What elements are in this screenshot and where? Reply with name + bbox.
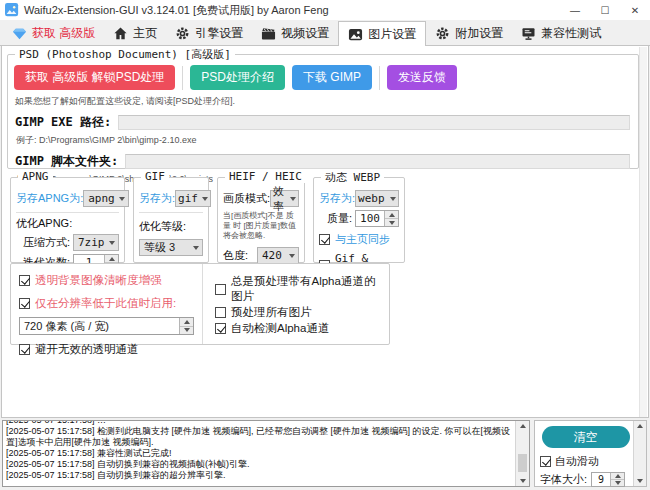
- spin-down-icon[interactable]: [385, 218, 398, 226]
- tab-image-settings[interactable]: 图片设置: [338, 21, 426, 46]
- divider: [182, 66, 183, 90]
- minimize-button[interactable]: —: [560, 0, 590, 20]
- only-below-resolution-label: 仅在分辨率低于此值时启用:: [35, 296, 176, 311]
- clapperboard-icon: [261, 26, 276, 41]
- heif-chroma-label: 色度:: [223, 248, 248, 263]
- tab-label: 附加设置: [455, 25, 503, 42]
- heif-group-title: HEIF / HEIC: [225, 170, 306, 183]
- gif-group: GIF 另存为: gif 优化等级: 等级 3: [133, 177, 209, 263]
- apng-format-value: apng: [88, 192, 115, 205]
- apng-compress-value: 7zip: [78, 236, 105, 249]
- gear-icon: [435, 26, 450, 41]
- spin-up-icon[interactable]: [385, 211, 398, 218]
- heif-quality-mode-select[interactable]: 效率: [270, 190, 299, 207]
- log-line: [2025-05-07 15:17:58] 兼容性测试已完成!: [6, 448, 512, 459]
- clear-log-button[interactable]: 清空: [542, 426, 630, 448]
- chevron-down-icon: [289, 254, 295, 258]
- preprocess-all-label: 预处理所有图片: [231, 305, 312, 320]
- apng-compress-select[interactable]: 7zip: [73, 234, 119, 251]
- home-icon: [113, 26, 128, 41]
- checkbox-icon: [19, 275, 30, 286]
- download-gimp-button[interactable]: 下载 GIMP: [292, 65, 372, 90]
- scroll-up-icon[interactable]: [637, 424, 643, 428]
- log-control-panel: 清空 自动滑动 字体大小: 9: [534, 420, 647, 487]
- spin-up-icon[interactable]: [105, 255, 118, 262]
- scroll-up-icon[interactable]: [520, 424, 526, 428]
- webp-sync-checkbox[interactable]: 与主页同步: [319, 232, 399, 247]
- gif-group-title: GIF: [141, 170, 169, 183]
- tab-home[interactable]: 主页: [104, 22, 166, 45]
- webp-group: 动态 WEBP 另存为: webp 质量: 100 与主页同步: [313, 177, 405, 263]
- only-below-resolution-checkbox[interactable]: 仅在分辨率低于此值时启用:: [19, 296, 194, 311]
- always-preprocess-alpha-checkbox[interactable]: 总是预处理带有Alpha通道的图片: [215, 274, 383, 304]
- image-settings-pane: PSD (Photoshop Document) [高级版] 获取 高级版 解锁…: [1, 46, 649, 418]
- font-size-value: 9: [592, 473, 610, 486]
- image-icon: [348, 27, 363, 42]
- unlock-psd-button[interactable]: 获取 高级版 解锁PSD处理: [14, 65, 175, 90]
- preprocess-all-checkbox[interactable]: 预处理所有图片: [215, 305, 383, 320]
- transparent-enhance-checkbox[interactable]: 透明背景图像清晰度增强: [19, 273, 194, 288]
- tab-label: 视频设置: [281, 25, 329, 42]
- gimp-exe-label: GIMP EXE 路径:: [15, 114, 111, 131]
- scroll-down-icon[interactable]: [637, 479, 643, 483]
- scroll-down-icon[interactable]: [520, 479, 526, 483]
- apng-optimize-label: 优化APNG:: [16, 216, 72, 231]
- gif-format-value: gif: [178, 192, 198, 205]
- apng-save-as-label: 另存APNG为:: [16, 191, 83, 206]
- chevron-down-icon: [193, 246, 199, 250]
- heif-quality-mode-label: 画质模式:: [223, 191, 270, 206]
- font-size-stepper[interactable]: 9: [591, 472, 625, 487]
- tab-video-settings[interactable]: 视频设置: [252, 22, 338, 45]
- tab-label: 图片设置: [368, 26, 416, 43]
- checkbox-icon: [215, 284, 226, 295]
- tab-engine-settings[interactable]: 引擎设置: [166, 22, 252, 45]
- gimp-scripts-folder-input[interactable]: [125, 154, 630, 169]
- psd-intro-button[interactable]: PSD处理介绍: [190, 65, 285, 90]
- tab-additional-settings[interactable]: 附加设置: [426, 22, 512, 45]
- webp-format-select[interactable]: webp: [355, 190, 399, 207]
- spin-up-icon[interactable]: [180, 318, 193, 326]
- log-scrollbar[interactable]: [515, 421, 529, 486]
- panel-scrollbar[interactable]: [633, 421, 646, 486]
- app-icon: [5, 3, 19, 17]
- skip-invalid-alpha-checkbox[interactable]: 避开无效的透明通道: [19, 342, 194, 357]
- tab-get-premium[interactable]: 获取 高级版: [3, 22, 104, 45]
- webp-sync-label: 与主页同步: [335, 232, 390, 247]
- webp-quality-value: 100: [356, 211, 384, 226]
- chevron-down-icon: [119, 197, 125, 201]
- apng-group-title: APNG: [18, 170, 53, 183]
- skip-invalid-alpha-label: 避开无效的透明通道: [35, 342, 139, 357]
- log-output[interactable]: [2025-05-07 15:17:58] … [2025-05-07 15:1…: [2, 420, 530, 487]
- title-bar: Waifu2x-Extension-GUI v3.124.01 [免费试用版] …: [0, 0, 650, 20]
- transparent-enhance-label: 透明背景图像清晰度增强: [35, 273, 162, 288]
- send-feedback-button[interactable]: 发送反馈: [387, 65, 457, 90]
- webp-quality-stepper[interactable]: 100: [355, 210, 399, 227]
- heif-quality-mode-value: 效率: [273, 184, 286, 214]
- gif-level-value: 等级 3: [144, 240, 175, 255]
- auto-detect-alpha-checkbox[interactable]: 自动检测Alpha通道: [215, 321, 383, 336]
- gif-format-select[interactable]: gif: [175, 190, 211, 207]
- close-button[interactable]: ✕: [620, 0, 650, 20]
- gif-optimize-label: 优化等级:: [139, 219, 186, 234]
- spin-down-icon[interactable]: [180, 326, 193, 335]
- gear-icon: [175, 26, 190, 41]
- auto-scroll-checkbox[interactable]: 自动滑动: [540, 454, 631, 469]
- gimp-scripts-label: GIMP 脚本文件夹:: [15, 153, 118, 170]
- divider: [379, 66, 380, 90]
- heif-group: HEIF / HEIC 画质模式: 效率 当[画质模式]不是 质量 时 [图片质…: [217, 177, 305, 263]
- tab-compatibility-test[interactable]: 兼容性测试: [512, 22, 610, 45]
- checkbox-icon: [19, 298, 30, 309]
- gimp-exe-path-input[interactable]: [118, 115, 630, 130]
- tab-label: 引擎设置: [195, 25, 243, 42]
- gif-level-select[interactable]: 等级 3: [139, 239, 203, 256]
- gimp-exe-example: 例子: D:\Programs\GIMP 2\bin\gimp-2.10.exe: [16, 134, 638, 147]
- apng-group: APNG 另存APNG为: apng 优化APNG: 压缩方式: 7zip 迭代…: [10, 177, 125, 263]
- auto-detect-alpha-label: 自动检测Alpha通道: [231, 321, 329, 336]
- apng-format-select[interactable]: apng: [83, 190, 129, 207]
- content-scrollbar[interactable]: [639, 47, 647, 417]
- maximize-button[interactable]: ☐: [590, 0, 620, 20]
- heif-chroma-select[interactable]: 420: [257, 247, 299, 264]
- spin-down-icon[interactable]: [611, 479, 624, 486]
- scrollbar-thumb[interactable]: [518, 454, 527, 472]
- resolution-threshold-stepper[interactable]: 720 像素 (高 / 宽): [19, 317, 194, 335]
